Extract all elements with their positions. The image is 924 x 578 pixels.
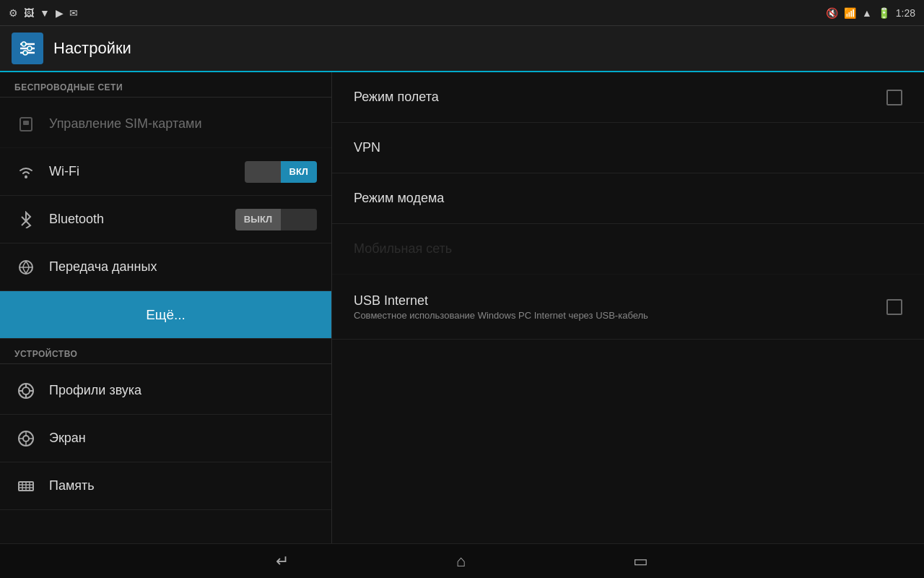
data-icon	[14, 256, 38, 279]
sim-icon	[14, 113, 38, 136]
right-item-mobile: Мобильная сеть	[332, 224, 924, 275]
memory-label: Память	[49, 478, 317, 493]
device-section-header: УСТРОЙСТВО	[0, 339, 331, 363]
memory-icon	[14, 475, 38, 498]
sound-icon	[14, 379, 38, 402]
status-app-icon-4: ▶	[56, 7, 64, 19]
mute-icon: 🔇	[826, 7, 838, 19]
sidebar-item-bluetooth[interactable]: Bluetooth ВЫКЛ	[0, 196, 331, 243]
sidebar-item-sim[interactable]: Управление SIM-картами	[0, 100, 331, 148]
right-item-airplane[interactable]: Режим полета	[332, 72, 924, 123]
bluetooth-icon	[14, 208, 38, 231]
status-app-icon-5: ✉	[69, 7, 78, 19]
bottom-nav: ↵ ⌂ ▭	[0, 543, 924, 578]
status-bar-left: ⚙ 🖼 ▼ ▶ ✉	[9, 7, 78, 19]
svg-rect-7	[23, 121, 29, 125]
sidebar-item-screen[interactable]: Экран	[0, 415, 331, 462]
right-item-vpn[interactable]: VPN	[332, 123, 924, 173]
page-title: Настройки	[53, 39, 131, 58]
wifi-toggle[interactable]: ВКЛ	[245, 161, 317, 183]
status-bar-right: 🔇 📶 ▲ 🔋 1:28	[826, 7, 915, 19]
usb-sublabel: Совместное использование Windows PC Inte…	[354, 310, 886, 321]
airplane-checkbox[interactable]	[886, 90, 902, 105]
main-layout: БЕСПРОВОДНЫЕ СЕТИ Управление SIM-картами	[0, 72, 924, 543]
svg-point-3	[22, 42, 26, 46]
back-button[interactable]: ↵	[264, 546, 300, 577]
modem-label: Режим модема	[354, 191, 902, 206]
recent-button[interactable]: ▭	[622, 546, 660, 577]
screen-label: Экран	[49, 431, 317, 446]
wifi-status-icon: 📶	[844, 7, 856, 19]
screen-icon	[14, 427, 38, 450]
battery-icon: 🔋	[878, 7, 890, 19]
bluetooth-label: Bluetooth	[49, 212, 235, 227]
sidebar-item-wifi[interactable]: Wi-Fi ВКЛ	[0, 148, 331, 196]
more-label: Ещё...	[14, 307, 317, 323]
wifi-toggle-on: ВКЛ	[281, 161, 317, 183]
svg-point-8	[25, 176, 27, 178]
svg-point-12	[22, 387, 30, 394]
usb-label: USB Internet	[354, 293, 886, 309]
mobile-label: Мобильная сеть	[354, 241, 902, 256]
wifi-icon	[14, 160, 38, 184]
sidebar-item-sound[interactable]: Профили звука	[0, 367, 331, 415]
bluetooth-toggle-off: ВЫКЛ	[235, 209, 281, 230]
sound-label: Профили звука	[49, 383, 317, 398]
right-item-modem[interactable]: Режим модема	[332, 173, 924, 224]
wireless-section-header: БЕСПРОВОДНЫЕ СЕТИ	[0, 72, 331, 97]
data-label: Передача данных	[49, 259, 317, 275]
top-bar: Настройки	[0, 26, 924, 72]
svg-point-5	[23, 51, 27, 55]
vpn-label: VPN	[354, 140, 902, 155]
sidebar-item-memory[interactable]: Память	[0, 462, 331, 510]
svg-point-4	[27, 46, 32, 51]
wireless-divider	[0, 97, 331, 98]
sim-label: Управление SIM-картами	[49, 116, 317, 131]
status-bar: ⚙ 🖼 ▼ ▶ ✉ 🔇 📶 ▲ 🔋 1:28	[0, 0, 924, 26]
status-app-icon-3: ▼	[40, 7, 50, 19]
bluetooth-toggle-on	[281, 209, 317, 230]
right-item-usb[interactable]: USB Internet Совместное использование Wi…	[332, 275, 924, 340]
home-button[interactable]: ⌂	[445, 546, 477, 577]
settings-app-icon	[12, 33, 43, 64]
usb-content: USB Internet Совместное использование Wi…	[354, 293, 886, 321]
status-app-icon-1: ⚙	[9, 7, 18, 19]
wifi-toggle-off	[245, 161, 281, 183]
time-display: 1:28	[896, 7, 915, 19]
right-panel: Режим полета VPN Режим модема Мобильная …	[332, 72, 924, 543]
device-divider	[0, 363, 331, 364]
svg-point-18	[23, 436, 29, 441]
usb-checkbox[interactable]	[886, 299, 902, 315]
left-panel: БЕСПРОВОДНЫЕ СЕТИ Управление SIM-картами	[0, 72, 332, 543]
sidebar-item-data[interactable]: Передача данных	[0, 243, 331, 291]
airplane-label: Режим полета	[354, 90, 886, 105]
sidebar-item-more[interactable]: Ещё...	[0, 291, 331, 339]
signal-icon: ▲	[862, 7, 872, 19]
status-app-icon-2: 🖼	[24, 7, 34, 19]
wifi-label: Wi-Fi	[49, 164, 245, 179]
bluetooth-toggle[interactable]: ВЫКЛ	[235, 209, 317, 230]
